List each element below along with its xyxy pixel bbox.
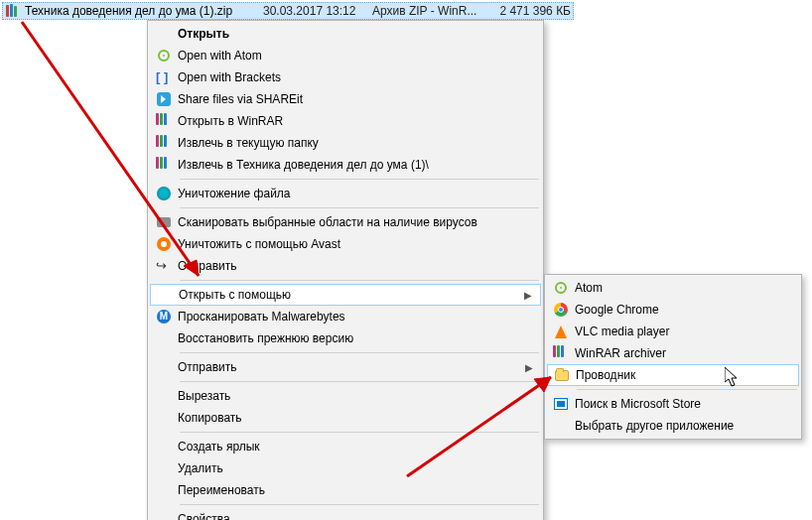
winrar-icon [150, 110, 178, 132]
menu-iobit-label: Уничтожение файла [178, 187, 513, 200]
menu-mwb-label: Просканировать Malwarebytes [178, 310, 513, 324]
menu-delete[interactable]: Удалить [150, 457, 541, 479]
menu-restore-label: Восстановить прежнюю версию [178, 331, 513, 345]
submenu-winrar[interactable]: WinRAR archiver [547, 342, 799, 364]
menu-shareit-label: Share files via SHAREit [178, 92, 513, 106]
atom-icon [150, 45, 178, 66]
separator [180, 352, 539, 353]
submenu-chrome[interactable]: Google Chrome [547, 299, 799, 321]
blank-icon [150, 356, 178, 378]
menu-open-brackets-label: Open with Brackets [178, 70, 513, 84]
file-name: Техника доведения дел до ума (1).zip [25, 4, 263, 18]
blank-icon [150, 385, 178, 407]
menu-avast-label: Уничтожить с помощью Avast [178, 237, 513, 251]
menu-cut-label: Вырезать [178, 389, 513, 403]
submenu-choose-label: Выбрать другое приложение [575, 419, 771, 433]
blank-icon [150, 508, 178, 520]
scan-icon [150, 211, 178, 233]
menu-share-label: Отправить [178, 259, 513, 273]
open-with-submenu: Atom Google Chrome VLC media player WinR… [544, 274, 802, 440]
submenu-vlc-label: VLC media player [575, 325, 771, 338]
menu-rename-label: Переименовать [178, 483, 513, 497]
separator [180, 432, 539, 433]
blank-icon [151, 284, 179, 306]
menu-scan-label: Сканировать выбранные области на наличие… [178, 215, 513, 229]
chrome-icon [547, 299, 575, 321]
separator [180, 504, 539, 505]
iobit-icon [150, 183, 178, 204]
blank-icon [150, 327, 178, 349]
menu-shortcut-label: Создать ярлык [178, 440, 513, 454]
winrar-archive-icon [5, 3, 21, 19]
menu-open[interactable]: Открыть [150, 23, 541, 45]
menu-rename[interactable]: Переименовать [150, 479, 541, 501]
submenu-atom[interactable]: Atom [547, 277, 799, 299]
submenu-explorer[interactable]: Проводник [547, 364, 799, 386]
menu-open-atom[interactable]: Open with Atom [150, 45, 541, 66]
blank-icon [150, 407, 178, 429]
menu-send-to-label: Отправить [178, 360, 513, 374]
menu-extract-here-label: Извлечь в текущую папку [178, 136, 513, 150]
brackets-icon: [ ] [150, 66, 178, 88]
menu-share[interactable]: ↪ Отправить [150, 255, 541, 277]
menu-shareit[interactable]: Share files via SHAREit [150, 88, 541, 110]
file-size: 2 471 396 КБ [481, 4, 571, 18]
menu-send-to[interactable]: Отправить ▶ [150, 356, 541, 378]
menu-restore-version[interactable]: Восстановить прежнюю версию [150, 327, 541, 349]
menu-avast-shred[interactable]: Уничтожить с помощью Avast [150, 233, 541, 255]
menu-extract-here[interactable]: Извлечь в текущую папку [150, 132, 541, 154]
submenu-atom-label: Atom [575, 281, 771, 295]
menu-copy[interactable]: Копировать [150, 407, 541, 429]
menu-scan-virus[interactable]: Сканировать выбранные области на наличие… [150, 211, 541, 233]
menu-open-atom-label: Open with Atom [178, 49, 513, 63]
submenu-winrar-label: WinRAR archiver [575, 346, 771, 360]
menu-open-with-label: Открыть с помощью [179, 288, 512, 302]
explorer-icon [548, 364, 576, 386]
menu-open-winrar-label: Открыть в WinRAR [178, 114, 513, 128]
winrar-icon [547, 342, 575, 364]
submenu-arrow-icon: ▶ [524, 290, 532, 301]
menu-malwarebytes[interactable]: M Просканировать Malwarebytes [150, 306, 541, 327]
menu-iobit-shred[interactable]: Уничтожение файла [150, 183, 541, 204]
winrar-icon [150, 132, 178, 154]
menu-extract-to[interactable]: Извлечь в Техника доведения дел до ума (… [150, 154, 541, 176]
submenu-choose-app[interactable]: Выбрать другое приложение [547, 415, 799, 437]
menu-copy-label: Копировать [178, 411, 513, 425]
menu-properties[interactable]: Свойства [150, 508, 541, 520]
menu-open-with[interactable]: Открыть с помощью ▶ [150, 284, 541, 306]
context-menu: Открыть Open with Atom [ ] Open with Bra… [147, 20, 544, 520]
blank-icon [150, 436, 178, 457]
submenu-arrow-icon: ▶ [525, 362, 533, 373]
shareit-icon [150, 88, 178, 110]
file-row-selected[interactable]: Техника доведения дел до ума (1).zip 30.… [2, 2, 574, 20]
separator [180, 207, 539, 208]
menu-create-shortcut[interactable]: Создать ярлык [150, 436, 541, 457]
separator [180, 381, 539, 382]
separator [577, 389, 797, 390]
menu-open-brackets[interactable]: [ ] Open with Brackets [150, 66, 541, 88]
separator [180, 179, 539, 180]
file-date: 30.03.2017 13:12 [263, 4, 372, 18]
blank-icon [150, 479, 178, 501]
submenu-store-label: Поиск в Microsoft Store [575, 397, 771, 411]
atom-icon [547, 277, 575, 299]
blank-icon [547, 415, 575, 437]
menu-open-winrar[interactable]: Открыть в WinRAR [150, 110, 541, 132]
menu-delete-label: Удалить [178, 461, 513, 475]
separator [180, 280, 539, 281]
winrar-icon [150, 154, 178, 176]
blank-icon [150, 457, 178, 479]
submenu-vlc[interactable]: VLC media player [547, 321, 799, 342]
ms-store-icon [547, 393, 575, 415]
submenu-explorer-label: Проводник [576, 368, 770, 382]
menu-open-label: Открыть [178, 27, 513, 41]
malwarebytes-icon: M [150, 306, 178, 327]
submenu-store[interactable]: Поиск в Microsoft Store [547, 393, 799, 415]
vlc-icon [547, 321, 575, 342]
share-icon: ↪ [150, 255, 178, 277]
menu-cut[interactable]: Вырезать [150, 385, 541, 407]
menu-extract-to-label: Извлечь в Техника доведения дел до ума (… [178, 158, 513, 172]
menu-properties-label: Свойства [178, 512, 513, 520]
submenu-chrome-label: Google Chrome [575, 303, 771, 317]
file-type: Архив ZIP - WinR... [372, 4, 481, 18]
